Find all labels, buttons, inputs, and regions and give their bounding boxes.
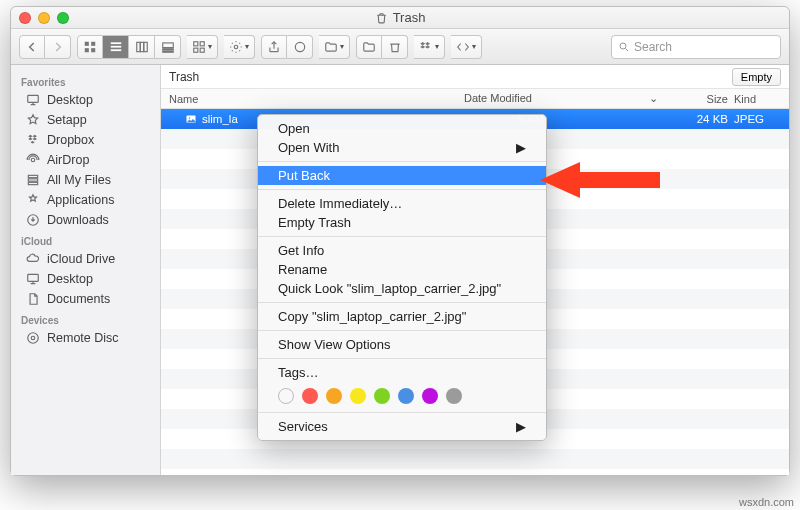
svg-rect-10: [162, 42, 173, 47]
tag-blue[interactable]: [398, 388, 414, 404]
tag-yellow[interactable]: [350, 388, 366, 404]
menu-show-view-options[interactable]: Show View Options: [258, 335, 546, 354]
sidebar-item-documents[interactable]: Documents: [11, 289, 160, 309]
svg-rect-11: [162, 48, 173, 49]
svg-point-17: [234, 45, 238, 49]
svg-point-28: [31, 336, 35, 340]
back-button[interactable]: [19, 35, 45, 59]
search-input[interactable]: Search: [611, 35, 781, 59]
menu-open[interactable]: Open: [258, 119, 546, 138]
svg-rect-4: [110, 42, 121, 44]
sidebar-item-setapp[interactable]: Setapp: [11, 110, 160, 130]
menu-open-with[interactable]: Open With▶: [258, 138, 546, 157]
svg-rect-22: [28, 175, 37, 177]
tags-button[interactable]: [287, 35, 313, 59]
svg-rect-0: [85, 41, 89, 45]
window-controls: [19, 12, 69, 24]
tag-orange[interactable]: [326, 388, 342, 404]
extra-button[interactable]: ▾: [451, 35, 482, 59]
tag-none[interactable]: [278, 388, 294, 404]
svg-rect-9: [143, 42, 147, 51]
sidebar-item-desktop[interactable]: Desktop: [11, 90, 160, 110]
sidebar-item-icloud-drive[interactable]: iCloud Drive: [11, 249, 160, 269]
svg-rect-12: [162, 51, 173, 52]
menu-empty-trash[interactable]: Empty Trash: [258, 213, 546, 232]
submenu-arrow-icon: ▶: [516, 419, 526, 434]
nav-buttons: [19, 35, 71, 59]
trash-icon: [375, 11, 388, 25]
svg-rect-15: [194, 48, 198, 52]
new-folder-button[interactable]: [356, 35, 382, 59]
arrange-button[interactable]: ▾: [187, 35, 218, 59]
svg-rect-20: [28, 95, 39, 102]
menu-copy[interactable]: Copy "slim_laptop_carrier_2.jpg": [258, 307, 546, 326]
menu-delete-immediately[interactable]: Delete Immediately…: [258, 194, 546, 213]
watermark: wsxdn.com: [739, 496, 794, 508]
menu-get-info[interactable]: Get Info: [258, 241, 546, 260]
coverflow-view-button[interactable]: [155, 35, 181, 59]
tag-colors: [258, 382, 546, 408]
sidebar-heading-favorites: Favorites: [11, 71, 160, 90]
sidebar-item-applications[interactable]: Applications: [11, 190, 160, 210]
image-file-icon: [185, 113, 197, 125]
col-kind[interactable]: Kind: [734, 93, 789, 105]
menu-put-back[interactable]: Put Back: [258, 166, 546, 185]
title-bar: Trash: [11, 7, 789, 29]
menu-tags[interactable]: Tags…: [258, 363, 546, 382]
view-buttons: [77, 35, 181, 59]
sidebar-item-downloads[interactable]: Downloads: [11, 210, 160, 230]
column-headers[interactable]: Name Date Modified⌄ Size Kind: [161, 89, 789, 109]
col-name[interactable]: Name: [161, 93, 464, 105]
zoom-icon[interactable]: [57, 12, 69, 24]
sidebar-item-remote-disc[interactable]: Remote Disc: [11, 328, 160, 348]
svg-rect-24: [28, 182, 37, 184]
sidebar-item-icloud-desktop[interactable]: Desktop: [11, 269, 160, 289]
forward-button[interactable]: [45, 35, 71, 59]
sidebar-item-dropbox[interactable]: Dropbox: [11, 130, 160, 150]
list-view-button[interactable]: [103, 35, 129, 59]
path-button[interactable]: ▾: [319, 35, 350, 59]
tag-purple[interactable]: [422, 388, 438, 404]
star-icon: [25, 113, 41, 127]
tag-green[interactable]: [374, 388, 390, 404]
context-menu: Open Open With▶ Put Back Delete Immediat…: [257, 114, 547, 441]
svg-point-30: [189, 117, 191, 119]
column-view-button[interactable]: [129, 35, 155, 59]
menu-rename[interactable]: Rename: [258, 260, 546, 279]
allfiles-icon: [25, 173, 41, 187]
svg-point-27: [28, 333, 39, 344]
desktop-icon: [25, 93, 41, 107]
delete-button[interactable]: [382, 35, 408, 59]
chevron-down-icon: ⌄: [649, 92, 658, 105]
svg-rect-6: [110, 49, 121, 51]
dropbox-icon: [25, 133, 41, 147]
sidebar-heading-devices: Devices: [11, 309, 160, 328]
svg-rect-3: [91, 48, 95, 52]
share-button[interactable]: [261, 35, 287, 59]
menu-services[interactable]: Services▶: [258, 417, 546, 436]
close-icon[interactable]: [19, 12, 31, 24]
toolbar: ▾ ▾ ▾ ▾ ▾ Search: [11, 29, 789, 65]
tag-grey[interactable]: [446, 388, 462, 404]
icon-view-button[interactable]: [77, 35, 103, 59]
menu-quick-look[interactable]: Quick Look "slim_laptop_carrier_2.jpg": [258, 279, 546, 298]
downloads-icon: [25, 213, 41, 227]
empty-button[interactable]: Empty: [732, 68, 781, 86]
sidebar-item-airdrop[interactable]: AirDrop: [11, 150, 160, 170]
sidebar-item-all-my-files[interactable]: All My Files: [11, 170, 160, 190]
svg-rect-2: [85, 48, 89, 52]
icloud-icon: [25, 252, 41, 266]
dropbox-button[interactable]: ▾: [414, 35, 445, 59]
minimize-icon[interactable]: [38, 12, 50, 24]
svg-rect-5: [110, 45, 121, 47]
svg-rect-13: [194, 41, 198, 45]
tag-red[interactable]: [302, 388, 318, 404]
svg-point-21: [31, 158, 35, 162]
col-date[interactable]: Date Modified⌄: [464, 92, 664, 105]
col-size[interactable]: Size: [664, 93, 734, 105]
svg-rect-26: [28, 274, 39, 281]
action-button[interactable]: ▾: [224, 35, 255, 59]
svg-rect-14: [200, 41, 204, 45]
svg-point-18: [295, 42, 304, 51]
location-label: Trash: [169, 70, 199, 84]
